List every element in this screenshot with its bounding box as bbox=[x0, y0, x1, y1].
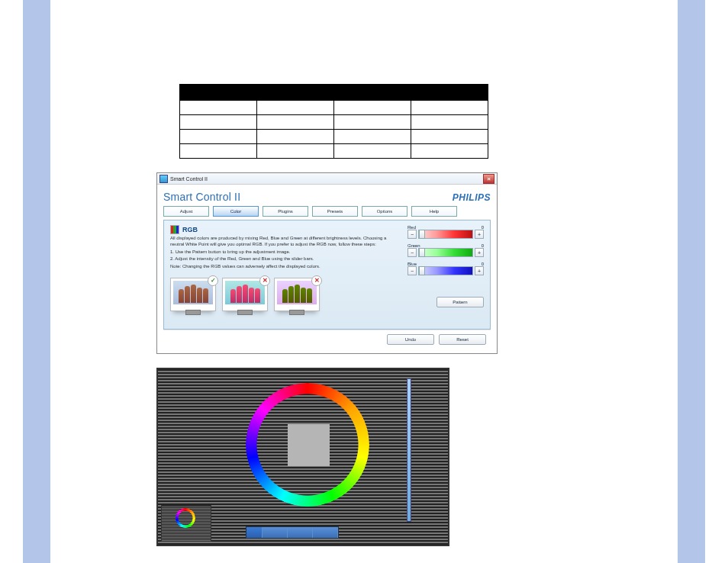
rgb-icon bbox=[170, 225, 179, 234]
mini-preview bbox=[161, 505, 211, 542]
page: Smart Control II × Smart Control II PHIL… bbox=[0, 0, 728, 563]
rgb-panel: RGB All displayed colors are produced by… bbox=[163, 220, 491, 330]
page-margin-right bbox=[678, 0, 705, 563]
red-decrement[interactable]: − bbox=[407, 230, 417, 239]
brand-logo: PHILIPS bbox=[453, 192, 491, 203]
content-area: Smart Control II × Smart Control II PHIL… bbox=[156, 84, 496, 546]
x-icon: ✕ bbox=[311, 275, 322, 286]
check-icon: ✓ bbox=[208, 275, 218, 286]
close-button[interactable]: × bbox=[483, 174, 494, 184]
tab-adjust[interactable]: Adjust bbox=[163, 206, 209, 217]
tab-bar: Adjust Color Plugins Presets Options Hel… bbox=[163, 206, 491, 217]
red-handle[interactable] bbox=[419, 230, 425, 239]
preview-correct[interactable]: ✓ bbox=[170, 278, 216, 311]
tab-color[interactable]: Color bbox=[213, 206, 259, 217]
red-increment[interactable]: + bbox=[475, 230, 484, 239]
rgb-title: RGB bbox=[182, 226, 198, 233]
undo-button[interactable]: Undo bbox=[387, 334, 434, 345]
titlebar[interactable]: Smart Control II × bbox=[157, 173, 497, 185]
green-track[interactable] bbox=[418, 248, 473, 257]
app-title: Smart Control II bbox=[163, 191, 491, 203]
tab-help[interactable]: Help bbox=[411, 206, 457, 217]
app-icon bbox=[159, 175, 168, 183]
page-margin-left bbox=[23, 0, 50, 563]
rgb-note: Note: Changing the RGB values can advers… bbox=[170, 264, 401, 270]
tab-plugins[interactable]: Plugins bbox=[263, 206, 308, 217]
blue-increment[interactable]: + bbox=[475, 266, 484, 275]
tab-options[interactable]: Options bbox=[362, 206, 407, 217]
slider-green: Green 0 − + bbox=[407, 243, 484, 257]
green-handle[interactable] bbox=[419, 248, 425, 257]
smartcontrol-window: Smart Control II × Smart Control II PHIL… bbox=[156, 172, 498, 354]
blue-handle[interactable] bbox=[419, 266, 425, 275]
rgb-step2: 2. Adjust the intensity of the Red, Gree… bbox=[170, 256, 401, 262]
blue-decrement[interactable]: − bbox=[407, 266, 417, 275]
tab-presets[interactable]: Presets bbox=[312, 206, 358, 217]
green-decrement[interactable]: − bbox=[407, 248, 417, 257]
red-track[interactable] bbox=[418, 230, 473, 239]
pattern-button[interactable]: Pattern bbox=[436, 297, 484, 307]
vertical-bar bbox=[407, 378, 411, 522]
calibration-pattern bbox=[156, 368, 449, 546]
preview-wrong-1[interactable]: ✕ bbox=[222, 278, 268, 311]
gray-square bbox=[288, 424, 330, 466]
taskbar[interactable] bbox=[246, 526, 339, 539]
green-increment[interactable]: + bbox=[475, 248, 484, 257]
empty-table bbox=[179, 84, 488, 159]
reset-button[interactable]: Reset bbox=[439, 334, 486, 345]
x-icon: ✕ bbox=[259, 275, 270, 286]
preview-wrong-2[interactable]: ✕ bbox=[274, 278, 320, 311]
slider-red: Red 0 − + bbox=[407, 225, 484, 239]
rgb-description: All displayed colors are produced by mix… bbox=[170, 236, 401, 248]
blue-track[interactable] bbox=[418, 266, 473, 275]
titlebar-text: Smart Control II bbox=[170, 176, 208, 182]
rgb-step1: 1. Use the Pattern button to bring up th… bbox=[170, 249, 401, 256]
slider-blue: Blue 0 − + bbox=[407, 262, 484, 275]
